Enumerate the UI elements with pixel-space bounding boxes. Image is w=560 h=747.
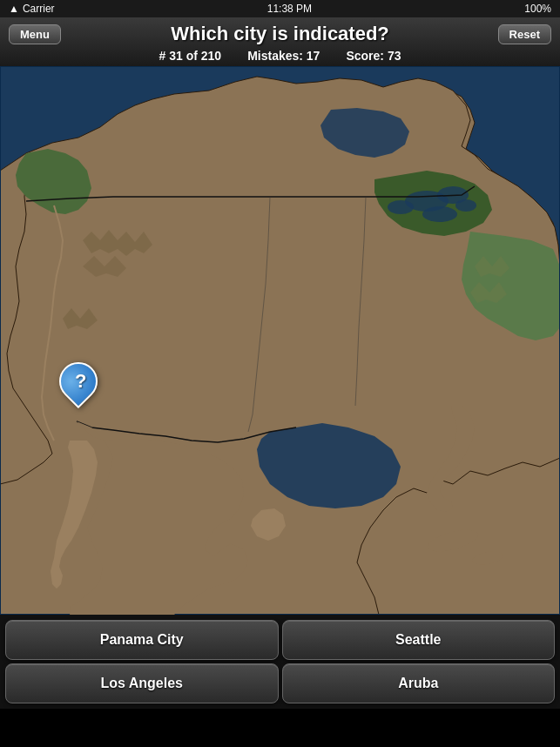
score-label: Score: 73 [346,49,401,63]
answer-button-2[interactable]: Seattle [282,620,556,660]
mistakes-label: Mistakes: 17 [247,49,320,63]
answer-button-4[interactable]: Aruba [282,663,556,703]
map-svg [0,66,560,615]
status-bar: ▲ Carrier 11:38 PM 100% [0,0,560,17]
title-row: Menu Which city is indicated? Reset [9,23,551,45]
svg-point-4 [422,206,457,222]
marker-symbol: ? [75,370,86,393]
stats-row: # 31 of 210 Mistakes: 17 Score: 73 [9,49,551,63]
time-label: 11:38 PM [267,3,312,15]
svg-point-5 [455,199,476,212]
map-container: ? [0,66,560,615]
carrier-label: ▲ Carrier [9,3,55,15]
battery-label: 100% [524,3,551,15]
wifi-icon: ▲ [9,3,19,15]
svg-point-3 [388,200,414,214]
header: Menu Which city is indicated? Reset # 31… [0,17,560,66]
answer-grid: Panama City Seattle Los Angeles Aruba [0,615,560,709]
menu-button[interactable]: Menu [9,24,61,44]
answer-button-3[interactable]: Los Angeles [5,663,279,703]
question-marker[interactable]: ? [59,362,98,406]
page-title: Which city is indicated? [171,23,389,45]
reset-button[interactable]: Reset [498,24,551,44]
answer-button-1[interactable]: Panama City [5,620,279,660]
question-number: # 31 of 210 [159,49,222,63]
